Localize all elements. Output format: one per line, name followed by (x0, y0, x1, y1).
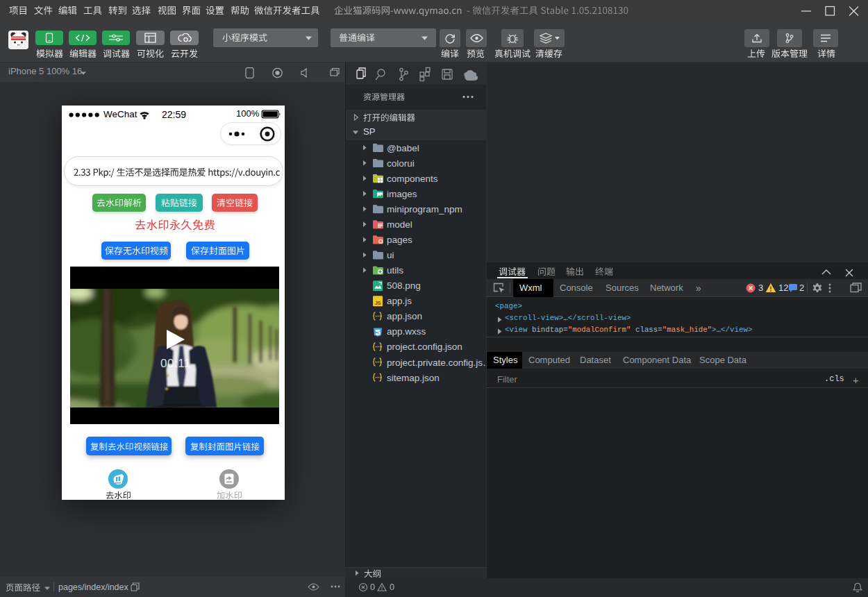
svg-text:JS: JS (375, 301, 381, 305)
